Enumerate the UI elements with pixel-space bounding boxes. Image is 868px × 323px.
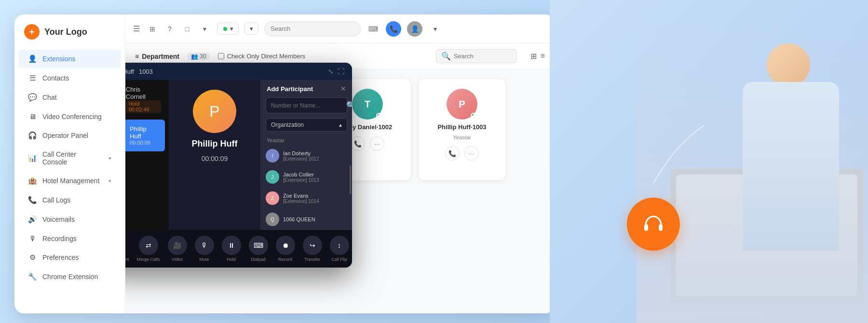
phillip-avatar: P: [447, 89, 477, 120]
dept-search[interactable]: 🔍: [436, 49, 517, 63]
participant-ian[interactable]: I Ian Doherty [Extension] 1012: [261, 145, 352, 166]
dept-search-input[interactable]: [454, 53, 512, 60]
hotel-icon: 🏨: [28, 176, 37, 185]
sidebar-item-video[interactable]: 🖥 Video Conferencing: [18, 108, 121, 125]
phillip-name: Phillip Huff·1003: [437, 123, 486, 131]
troy-avatar: T: [352, 89, 383, 120]
add-participant-title: Add Participant: [267, 85, 313, 93]
list-icon[interactable]: ≡: [541, 52, 545, 61]
ian-name: Ian Doherty: [283, 150, 319, 156]
status-dropdown[interactable]: ▾: [217, 23, 239, 35]
sidebar-item-extensions[interactable]: 👤 Extensions: [18, 50, 121, 68]
add-participant-ctrl-btn[interactable]: 👤 Add Participant: [125, 236, 129, 262]
user-dropdown[interactable]: ▾: [244, 23, 258, 35]
call-flip-btn[interactable]: ↕ Call Flip: [330, 236, 349, 262]
zoe-ext: [Extension] 1014: [283, 199, 319, 204]
sidebar: + Your Logo 👤 Extensions ☰ Contacts 💬 Ch…: [14, 14, 125, 313]
sidebar-item-operator[interactable]: 🎧 Operator Panel: [18, 126, 121, 145]
calllogs-icon: 📞: [28, 196, 37, 204]
menu-icon[interactable]: ☰: [133, 24, 140, 33]
hold-label: Hold: [227, 257, 236, 262]
profile-icon: 👤: [411, 25, 419, 33]
monitor-icon[interactable]: □: [180, 22, 194, 36]
sidebar-item-preferences[interactable]: ⚙ Preferences: [18, 248, 121, 267]
dialpad-top-icon[interactable]: ⌨: [366, 22, 380, 36]
participant-jacob[interactable]: J Jacob Collier [Extension] 1013: [261, 166, 352, 188]
filter-icon[interactable]: ⊞: [530, 52, 537, 61]
call-flip-label: Call Flip: [331, 257, 347, 262]
phillip-call-btn[interactable]: 📞: [445, 146, 460, 161]
profile-avatar[interactable]: 👤: [407, 21, 422, 37]
close-panel-btn[interactable]: ✕: [340, 85, 346, 93]
dialpad-btn[interactable]: ⌨ Dialpad: [249, 236, 268, 262]
participant-search-icon: 🔍: [346, 101, 352, 110]
zoe-info: Zoe Evans [Extension] 1014: [283, 193, 319, 204]
user-dropdown-arrow: ▾: [250, 25, 253, 32]
transfer-icon: ↪: [303, 236, 322, 255]
fullscreen-icon[interactable]: ⛶: [338, 67, 344, 75]
record-btn[interactable]: ⏺ Record: [276, 236, 295, 262]
call-modal: Phillip Huff 1003 ⤡ ⛶ C Chris Cornell: [125, 63, 352, 268]
active-call-time: 00:00:09: [130, 140, 157, 146]
add-participant-ctrl-label: Add Participant: [125, 257, 129, 262]
participant-queen[interactable]: Q 1066 QUEEN: [261, 209, 352, 230]
callcenter-arrow: ▾: [108, 155, 111, 162]
sidebar-item-chrome[interactable]: 🔧 Chrome Extension: [18, 268, 121, 286]
participant-list: I Ian Doherty [Extension] 1012 J Jacob C…: [261, 145, 352, 230]
participant-search[interactable]: 🔍 👤: [266, 97, 347, 113]
chrome-icon: 🔧: [28, 272, 37, 281]
chevron-icon[interactable]: ▾: [198, 22, 211, 36]
phillip-more-btn[interactable]: ···: [464, 146, 479, 161]
jacob-avatar: J: [266, 170, 279, 184]
more-dropdown-icon[interactable]: ▾: [428, 22, 442, 36]
main-content: ☰ ⊞ ? □ ▾ ▾ ▾ ⌨ 📞 👤 ▾: [125, 14, 555, 313]
search-icon: 🔍: [441, 52, 451, 61]
user-avatar[interactable]: 📞: [386, 21, 401, 37]
sidebar-item-chat[interactable]: 💬 Chat: [18, 88, 121, 107]
chrome-label: Chrome Extension: [42, 273, 98, 281]
grid-icon[interactable]: ⊞: [146, 22, 159, 36]
help-icon[interactable]: ?: [163, 22, 176, 36]
zoe-name: Zoe Evans: [283, 193, 319, 199]
org-dropdown[interactable]: Organization ▴: [266, 118, 347, 132]
sidebar-item-callcenter[interactable]: 📊 Call Center Console ▾: [18, 146, 121, 171]
troy-status: [376, 113, 382, 119]
call-modal-title: Phillip Huff: [125, 68, 134, 75]
sidebar-item-recordings[interactable]: 🎙 Recordings: [18, 229, 121, 247]
voicemails-icon: 🔊: [28, 215, 37, 224]
call-list-active[interactable]: P Phillip Huff 00:00:09: [125, 120, 165, 151]
call-modal-body: C Chris Cornell Hold 00:02:46 P Phillip …: [125, 80, 352, 230]
direct-members-checkbox[interactable]: [218, 53, 224, 59]
sidebar-item-hotel[interactable]: 🏨 Hotel Management ▾: [18, 172, 121, 190]
participant-search-input[interactable]: [271, 102, 343, 109]
troy-more-btn[interactable]: ···: [370, 136, 384, 151]
photo-section: [550, 0, 868, 323]
participant-zoe[interactable]: Z Zoe Evans [Extension] 1014: [261, 188, 352, 209]
call-list-hold[interactable]: C Chris Cornell Hold 00:02:46: [125, 80, 169, 119]
direct-members-label: Check Only Direct Members: [227, 53, 306, 60]
sidebar-item-voicemails[interactable]: 🔊 Voicemails: [18, 210, 121, 229]
queen-name: 1066 QUEEN: [283, 216, 315, 222]
expand-icon[interactable]: ⤡: [328, 67, 334, 75]
dialpad-label: Dialpad: [251, 257, 266, 262]
hold-btn[interactable]: ⏸ Hold: [222, 236, 241, 262]
merge-calls-icon: ⇄: [139, 236, 158, 255]
merge-calls-btn[interactable]: ⇄ Merge Calls: [137, 236, 160, 262]
direct-members-check[interactable]: Check Only Direct Members: [218, 53, 306, 60]
app-window: + Your Logo 👤 Extensions ☰ Contacts 💬 Ch…: [14, 14, 555, 313]
scrollbar-track: [350, 165, 351, 194]
video-ctrl-label: Video: [172, 257, 183, 262]
status-label: ▾: [230, 25, 233, 32]
zoe-avatar: Z: [266, 191, 279, 205]
chat-label: Chat: [42, 94, 57, 101]
logo-button[interactable]: +: [24, 24, 40, 40]
mute-btn[interactable]: 🎙 Mute: [195, 236, 214, 262]
video-ctrl-btn[interactable]: 🎥 Video: [168, 236, 187, 262]
sidebar-item-calllogs[interactable]: 📞 Call Logs: [18, 191, 121, 209]
sidebar-item-contacts[interactable]: ☰ Contacts: [18, 69, 121, 87]
hold-caller-info: Chris Cornell Hold 00:02:46: [126, 86, 161, 113]
top-search-input[interactable]: [264, 22, 361, 36]
transfer-btn[interactable]: ↪ Transfer: [303, 236, 322, 262]
hotel-label: Hotel Management: [42, 177, 99, 185]
troy-call-btn[interactable]: 📞: [351, 136, 365, 151]
